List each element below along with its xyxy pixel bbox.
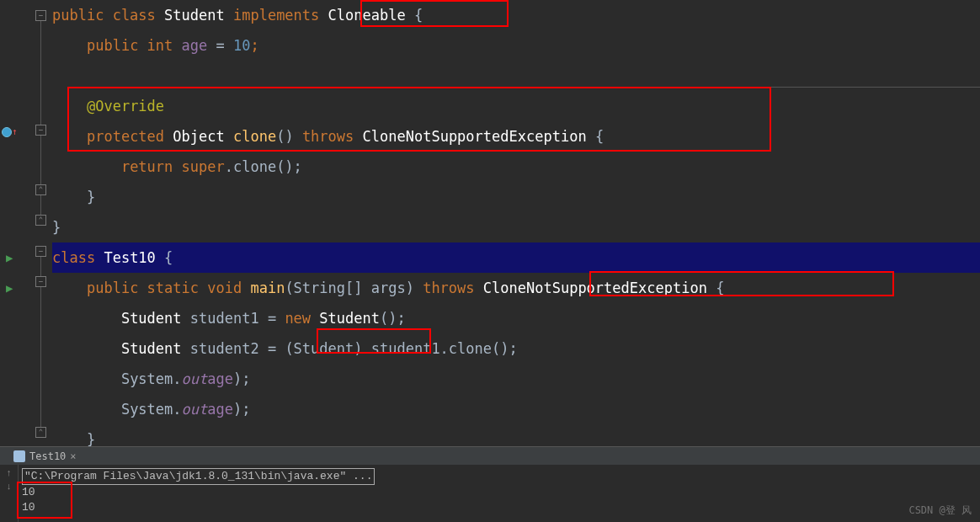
console-up-icon[interactable]: ↑: [0, 465, 18, 478]
java-file-icon: [13, 450, 25, 462]
code-line[interactable]: }: [52, 212, 980, 242]
code-line[interactable]: @Override: [52, 91, 980, 121]
fold-icon[interactable]: −: [35, 125, 46, 136]
console-panel: ↑ ↓ "C:\Program Files\Java\jdk1.8.0_131\…: [0, 465, 980, 522]
code-line[interactable]: class Test10 {: [52, 242, 980, 273]
fold-icon[interactable]: −: [35, 246, 46, 257]
fold-icon[interactable]: −: [35, 10, 46, 21]
fold-icon[interactable]: −: [35, 276, 46, 287]
override-arrow-icon: ↑: [12, 126, 18, 137]
watermark: CSDN @登 风: [908, 503, 972, 518]
code-line[interactable]: public int age = 10;: [52, 30, 980, 61]
code-line[interactable]: Student student2 = (Student) student1.cl…: [52, 333, 980, 364]
code-line[interactable]: System.outage);: [52, 394, 980, 424]
fold-column: − − ⌃ ⌃ − − ⌃: [34, 0, 49, 446]
tab-label: Test10: [29, 450, 66, 462]
console-gutter: ↑ ↓: [0, 465, 19, 522]
code-line[interactable]: public static void main(String[] args) t…: [52, 273, 980, 303]
run-tab[interactable]: Test10 ×: [8, 450, 82, 462]
override-icon[interactable]: [2, 127, 12, 137]
code-area[interactable]: public class Student implements Cloneabl…: [52, 0, 980, 455]
code-line[interactable]: public class Student implements Cloneabl…: [52, 0, 980, 30]
console-out-line: 10: [22, 500, 375, 515]
fold-icon[interactable]: ⌃: [35, 215, 46, 226]
fold-icon[interactable]: ⌃: [35, 427, 46, 438]
code-line[interactable]: }: [52, 182, 980, 212]
fold-icon[interactable]: ⌃: [35, 184, 46, 195]
code-line[interactable]: Student student1 = new Student();: [52, 303, 980, 333]
run-icon[interactable]: ▶: [6, 281, 13, 295]
run-tab-bar: Test10 ×: [0, 446, 980, 465]
console-command: "C:\Program Files\Java\jdk1.8.0_131\bin\…: [22, 468, 375, 485]
console-out-line: 10: [22, 485, 375, 500]
close-icon[interactable]: ×: [70, 450, 76, 462]
console-down-icon[interactable]: ↓: [0, 478, 18, 492]
code-line[interactable]: System.outage);: [52, 364, 980, 394]
run-icon[interactable]: ▶: [6, 251, 13, 264]
console-output[interactable]: "C:\Program Files\Java\jdk1.8.0_131\bin\…: [22, 468, 375, 515]
editor-gutter: ↑ ▶ ▶: [0, 0, 34, 446]
code-line[interactable]: return super.clone();: [52, 152, 980, 182]
code-line[interactable]: protected Object clone() throws CloneNot…: [52, 121, 980, 152]
code-editor[interactable]: ↑ ▶ ▶ − − ⌃ ⌃ − − ⌃ public class Student…: [0, 0, 980, 446]
